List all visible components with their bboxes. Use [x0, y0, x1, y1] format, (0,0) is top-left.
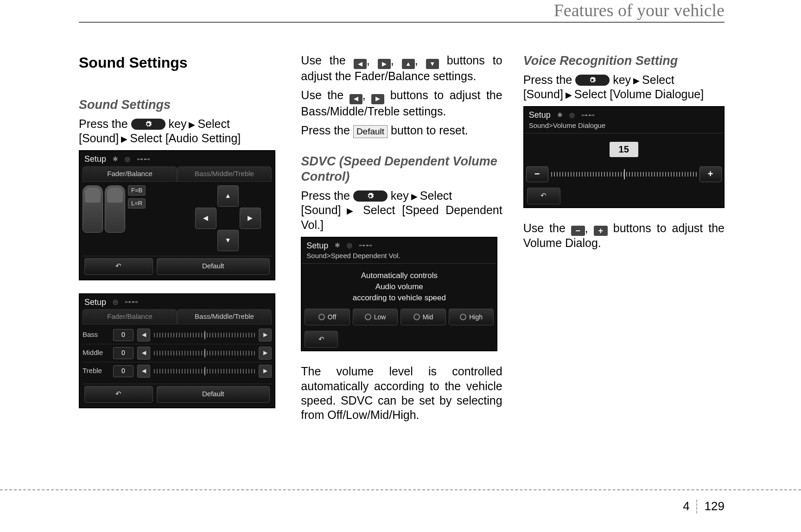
eq-value: 0 [113, 347, 134, 359]
bluetooth-icon: ✱ [557, 111, 563, 120]
disc-icon: ◎ [125, 155, 130, 164]
text: Select [197, 117, 229, 130]
badge-lr: L=R [128, 198, 146, 209]
text: Automatically controls [306, 270, 492, 281]
eq-row-middle: Middle 0 ◀ ▶ [83, 344, 272, 362]
text: key [613, 73, 631, 86]
text: Press the [79, 117, 131, 130]
text: Select [642, 73, 674, 86]
plus-button[interactable]: + [699, 166, 722, 182]
text: according to vehicle speed [306, 292, 492, 304]
option-label: Mid [423, 313, 433, 322]
right-arrow-icon: ▶ [378, 59, 391, 69]
tab-bass-mid-treble[interactable]: Bass/Middle/Treble [177, 309, 272, 324]
eq-track[interactable] [154, 351, 255, 355]
eq-track[interactable] [154, 333, 255, 337]
decrease-button[interactable]: ◀ [137, 347, 150, 360]
minus-button[interactable]: − [526, 166, 548, 182]
default-button[interactable]: Default [157, 386, 270, 403]
column-1: Sound Settings Sound Settings Press the … [79, 53, 280, 427]
fader-balance-instruction: Use the ◀, ▶, ▲, ▼ buttons to adjust the… [301, 53, 502, 83]
eq-instruction: Use the ◀, ▶ buttons to adjust the Bass/… [301, 88, 502, 118]
volume-body: 15 [524, 133, 724, 166]
usb-icon: ⊶⊷ [581, 111, 595, 120]
breadcrumb: Sound>Speed Dependent Vol. [302, 251, 496, 264]
right-button[interactable]: ▶ [240, 208, 261, 229]
text: [Sound] [79, 132, 119, 145]
text: Use the [523, 222, 571, 234]
text: [Sound] [523, 88, 563, 101]
up-button[interactable]: ▲ [217, 185, 239, 207]
back-button[interactable]: ↶ [305, 331, 338, 348]
back-button[interactable]: ↶ [84, 258, 153, 275]
eq-rows: Bass 0 ◀ ▶ Middle 0 ◀ ▶ Treble [80, 324, 274, 382]
triangle-icon: ▶ [341, 206, 363, 215]
eq-label: Middle [83, 348, 109, 357]
increase-button[interactable]: ▶ [259, 347, 272, 360]
tab-fader-balance[interactable]: Fader/Balance [83, 309, 177, 324]
usb-icon: ⊶⊷ [125, 298, 139, 306]
seat-diagram: F=B L=R [83, 185, 180, 250]
plus-icon: + [594, 226, 608, 236]
option-high[interactable]: High [449, 309, 494, 325]
triangle-icon: ▶ [409, 192, 420, 201]
header-rule [79, 22, 725, 23]
disc-icon: ◎ [347, 241, 352, 250]
tabs: Fader/Balance Bass/Middle/Treble [83, 166, 272, 182]
seat-left [83, 185, 103, 233]
triangle-icon: ▶ [119, 134, 130, 144]
voice-nav-instruction: Press the key ▶ Select [Sound] ▶ Select … [523, 73, 725, 102]
tab-bass-mid-treble[interactable]: Bass/Middle/Treble [177, 166, 272, 181]
heading-sound-settings: Sound Settings [79, 53, 280, 72]
screenshot-volume-dialogue: Setup ✱ ◎ ⊶⊷ Sound>Volume Dialogue 15 − … [523, 106, 725, 208]
text: key [169, 117, 187, 130]
text: Audio volume [306, 281, 492, 292]
default-button[interactable]: Default [157, 258, 270, 275]
screenshot-fader-balance: Setup ✱ ◎ ⊶⊷ Fader/Balance Bass/Middle/T… [79, 150, 275, 280]
footer-rule [0, 489, 801, 490]
eq-label: Bass [83, 330, 109, 339]
back-button[interactable]: ↶ [84, 386, 153, 403]
page: Features of your vehicle Sound Settings … [0, 0, 801, 532]
option-mid[interactable]: Mid [400, 309, 446, 325]
increase-button[interactable]: ▶ [259, 329, 272, 342]
decrease-button[interactable]: ◀ [137, 365, 150, 378]
sdvc-options: Off Low Mid High [302, 306, 496, 328]
shot-header: Setup ✱ ◎ ⊶⊷ [80, 151, 274, 165]
volume-value: 15 [610, 142, 638, 157]
down-arrow-icon: ▼ [426, 59, 439, 69]
subheading-sound-settings: Sound Settings [79, 97, 280, 113]
text: Press the [523, 73, 576, 86]
volume-adjust-instruction: Use the −, + buttons to adjust the Volum… [523, 221, 725, 251]
screenshot-sdvc: Setup ✱ ◎ ⊶⊷ Sound>Speed Dependent Vol. … [301, 237, 497, 352]
increase-button[interactable]: ▶ [259, 365, 272, 378]
option-off[interactable]: Off [305, 309, 350, 325]
down-button[interactable]: ▼ [217, 230, 239, 251]
tab-fader-balance[interactable]: Fader/Balance [83, 166, 177, 181]
text: Select [Audio Setting] [130, 132, 241, 145]
option-low[interactable]: Low [353, 309, 398, 325]
option-label: Low [374, 313, 386, 322]
text: Use the [301, 89, 349, 101]
up-arrow-icon: ▲ [402, 59, 415, 69]
right-arrow-icon: ▶ [371, 94, 384, 104]
section-number: 4 [683, 499, 689, 513]
volume-track[interactable] [551, 172, 697, 177]
left-button[interactable]: ◀ [195, 208, 216, 229]
text: Select [Volume Dialogue] [574, 88, 704, 101]
sdvc-description-text: The volume level is controlled automatic… [301, 364, 502, 422]
disc-icon: ◎ [569, 111, 575, 120]
shot-header: Setup ✱ ◎ ⊶⊷ [524, 107, 724, 120]
volume-controls: − + [524, 166, 724, 185]
breadcrumb: Sound>Volume Dialogue [524, 120, 724, 133]
shot-footer: ↶ Default [83, 384, 272, 405]
back-button[interactable]: ↶ [527, 188, 560, 204]
seats [83, 185, 125, 233]
reset-instruction: Press the Default button to reset. [301, 123, 502, 138]
eq-value: 0 [113, 329, 134, 341]
decrease-button[interactable]: ◀ [137, 329, 150, 342]
page-number: 4 129 [683, 499, 725, 513]
usb-icon: ⊶⊷ [137, 155, 151, 164]
usb-icon: ⊶⊷ [359, 241, 373, 250]
eq-track[interactable] [154, 369, 255, 374]
